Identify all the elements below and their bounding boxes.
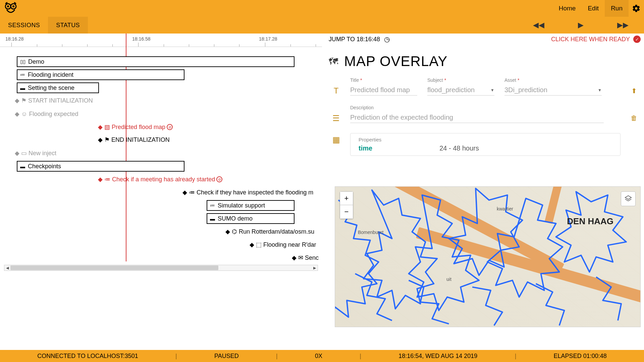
screen-icon: ▬ <box>20 85 25 91</box>
text-icon: T <box>329 86 343 96</box>
ready-label: CLICK HERE WHEN READY <box>551 36 630 43</box>
person-icon: ☺ <box>21 111 27 118</box>
bar-simulator-support[interactable]: ≔Simulator support <box>207 200 294 211</box>
item-start-init[interactable]: START INITIALIZATION <box>28 97 93 104</box>
description-input[interactable]: Prediction of the expected flooding <box>350 112 604 123</box>
db-icon: ⌬ <box>232 228 237 235</box>
bar-label: Checkpoints <box>28 163 61 170</box>
bar-demo[interactable]: ▯▯Demo <box>17 56 294 67</box>
play-icon[interactable]: ▶ <box>578 21 584 29</box>
item-predicted-flood-map[interactable]: Predicted flood map <box>112 124 165 131</box>
upload-icon[interactable]: ⬆︎ <box>627 87 641 96</box>
description-icon: ☰ <box>329 114 343 123</box>
send-icon: ✉ <box>298 254 303 261</box>
ready-button[interactable]: CLICK HERE WHEN READY ✓ <box>551 36 641 43</box>
zoom-out-button[interactable]: − <box>340 205 353 219</box>
diamond-icon: ◆ <box>15 149 19 157</box>
bar-sumo-demo[interactable]: ▬SUMO demo <box>207 213 294 224</box>
diamond-icon: ◆ <box>15 110 19 118</box>
item-run-rotterdam[interactable]: Run Rotterdam/data/osm.su <box>239 228 314 235</box>
delete-icon[interactable]: 🗑︎ <box>627 114 641 123</box>
diamond-icon: ◆ <box>250 241 254 248</box>
bar-flooding-incident[interactable]: ≔Flooding incident <box>17 69 184 80</box>
bar-checkpoints[interactable]: ▬Checkpoints <box>17 161 184 172</box>
diamond-icon: ◆ <box>225 228 230 235</box>
timeline-gantt: ▯▯Demo ≔Flooding incident ▬Setting the s… <box>0 50 322 265</box>
check-icon: ≔ <box>104 176 110 183</box>
tab-sessions[interactable]: SESSIONS <box>0 17 48 34</box>
timeline-scrollbar[interactable]: ◀ ▶ <box>4 265 318 271</box>
item-send[interactable]: Senc <box>305 254 319 261</box>
item-new-inject[interactable]: New inject <box>29 150 56 157</box>
nav-home[interactable]: Home <box>553 0 582 17</box>
chevron-down-icon: ▼ <box>490 88 494 93</box>
subject-label: Subject* <box>427 77 494 83</box>
message-icon: ▭ <box>21 149 27 157</box>
map-district-label: Bomenbuurt <box>358 230 383 235</box>
svg-point-3 <box>12 5 14 7</box>
check-circle-icon: ✓ <box>633 36 641 43</box>
map-city-label: DEN HAAG <box>567 216 613 227</box>
flag-icon: ⚑ <box>104 136 110 143</box>
map-district-label: uit <box>446 277 451 282</box>
skip-icon: ⊘ <box>216 176 222 182</box>
fast-forward-icon[interactable]: ▶▶ <box>617 21 629 29</box>
axis-tick-3: 18:17.28 <box>259 36 277 42</box>
property-key: time <box>359 144 372 152</box>
jump-to-time[interactable]: JUMP TO 18:16:48 <box>329 36 380 43</box>
diamond-icon: ◆ <box>292 254 297 261</box>
list-icon: ≔ <box>20 72 25 78</box>
diamond-icon: ◆ <box>98 123 103 131</box>
bar-label: Simulator support <box>218 202 265 209</box>
item-end-init[interactable]: END INITIALIZATION <box>111 136 170 143</box>
status-bar: CONNECTED TO LOCALHOST:3501| PAUSED| 0X|… <box>0 350 644 362</box>
properties-label: Properties <box>359 137 612 142</box>
screen-icon: ▬ <box>210 216 215 222</box>
geo-icon: ⬚ <box>256 241 262 248</box>
svg-point-2 <box>7 5 9 7</box>
check-icon: ≔ <box>189 189 195 196</box>
title-input[interactable]: Predicted flood map <box>350 85 417 96</box>
map-district-label: kwartier <box>497 206 513 212</box>
bar-setting-scene[interactable]: ▬Setting the scene <box>17 82 99 93</box>
nav-run[interactable]: Run <box>605 0 629 17</box>
status-elapsed: ELAPSED 01:00:48 <box>554 353 607 360</box>
properties-box: Properties time 24 - 48 hours <box>350 133 621 156</box>
bar-label: SUMO demo <box>218 215 253 222</box>
subject-select[interactable]: flood_prediction▼ <box>427 85 494 96</box>
scroll-left-icon[interactable]: ◀ <box>4 266 10 270</box>
map-zoom-control: + − <box>340 191 353 219</box>
map-layers-button[interactable] <box>621 191 636 206</box>
zoom-in-button[interactable]: + <box>340 192 353 205</box>
screen-icon: ▬ <box>20 164 25 169</box>
gear-icon[interactable] <box>629 0 644 17</box>
status-time: 18:16:54, WED AUG 14 2019 <box>398 353 477 360</box>
item-flooding-expected[interactable]: Flooding expected <box>29 111 78 118</box>
diamond-icon: ◆ <box>98 176 103 183</box>
scroll-right-icon[interactable]: ▶ <box>312 266 318 270</box>
clock-icon[interactable]: ◷ <box>384 35 390 43</box>
book-icon: ▯▯ <box>20 59 25 65</box>
diamond-icon: ◆ <box>15 97 19 104</box>
list-icon: ≔ <box>210 202 215 208</box>
nav-edit[interactable]: Edit <box>582 0 605 17</box>
chevron-down-icon: ▼ <box>598 88 602 93</box>
tab-status[interactable]: STATUS <box>48 17 88 34</box>
asset-select[interactable]: 3Di_prediction▼ <box>504 85 602 96</box>
property-value: 24 - 48 hours <box>439 144 479 152</box>
axis-tick-2: 18:16.58 <box>132 36 151 42</box>
map-view[interactable]: DEN HAAG Bomenbuurt kwartier uit + − <box>335 186 641 327</box>
skip-icon: ⊘ <box>167 124 173 130</box>
properties-icon: ▦ <box>329 135 343 156</box>
item-flood-near-rdam[interactable]: Flooding near R'dar <box>263 241 316 248</box>
bar-label: Flooding incident <box>28 71 73 78</box>
status-speed: 0X <box>315 353 322 360</box>
scroll-thumb[interactable] <box>10 265 218 270</box>
top-bar: Home Edit Run <box>0 0 644 17</box>
item-check-inspect[interactable]: Check if they have inspected the floodin… <box>197 189 313 196</box>
diamond-icon: ◆ <box>182 189 187 196</box>
axis-tick-1: 18:16.28 <box>5 36 24 42</box>
item-check-meeting[interactable]: Check if a meeting has already started <box>112 176 215 183</box>
rewind-icon[interactable]: ◀◀ <box>533 21 544 29</box>
timeline-axis: 18:16.28 18:16.58 18:17.28 <box>0 34 322 47</box>
